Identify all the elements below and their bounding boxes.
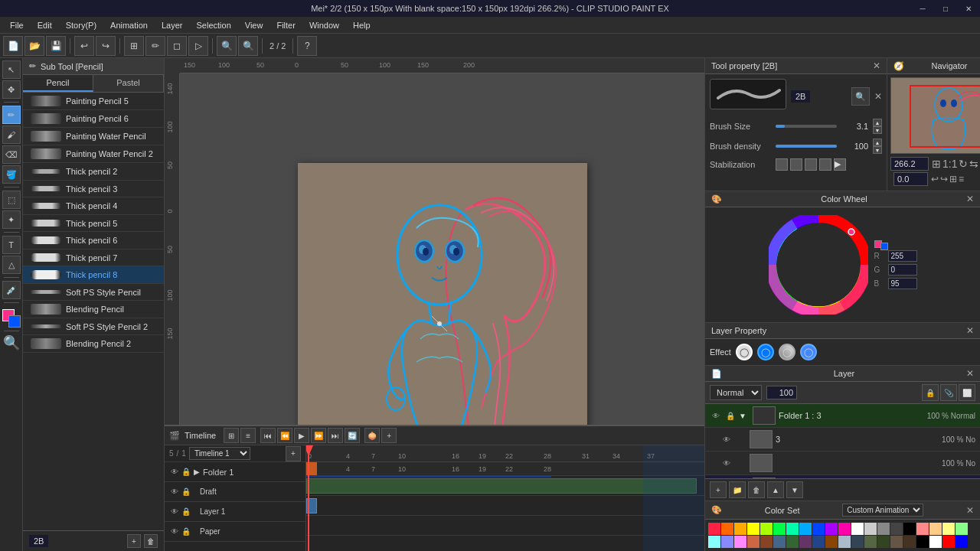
tl-track-folder1[interactable]: 👁 🔒 ▶ Folder 1 [165, 462, 305, 482]
layer-down-btn[interactable]: ▼ [786, 481, 803, 498]
sub-item-4[interactable]: Thick pencil 2 [23, 163, 164, 181]
tl-eye-folder1[interactable]: 👁 [171, 468, 178, 476]
menu-filter[interactable]: Filter [270, 19, 301, 31]
brush-density-slider[interactable] [776, 145, 837, 148]
effect-btn-4[interactable]: ◯ [800, 344, 817, 360]
menu-view[interactable]: View [239, 19, 270, 31]
drawing-surface[interactable] [298, 163, 587, 445]
tl-track-layer1[interactable]: 👁 🔒 Layer 1 [165, 502, 305, 522]
swatch-31[interactable] [851, 536, 864, 548]
tl-eye-layer1[interactable]: 👁 [171, 507, 178, 516]
tb-undo[interactable]: ↩ [74, 36, 94, 56]
swatch-38[interactable] [942, 536, 955, 548]
swatch-17[interactable] [929, 523, 942, 535]
tl-prev-frame[interactable]: ⏪ [277, 428, 292, 443]
sub-item-10[interactable]: Thick pencil 8 [23, 266, 164, 284]
tl-to-start[interactable]: ⏮ [260, 428, 276, 443]
swatch-39[interactable] [956, 536, 968, 548]
layer-prop-close[interactable]: ✕ [966, 325, 974, 336]
tool-move[interactable]: ✥ [2, 80, 21, 99]
color-wheel-close[interactable]: ✕ [966, 194, 974, 204]
tl-lock-draft[interactable]: 🔒 [181, 487, 191, 496]
delete-layer-btn[interactable]: 🗑 [748, 481, 765, 498]
swatch-26[interactable] [786, 536, 799, 548]
swatch-4[interactable] [760, 523, 773, 535]
swatch-20[interactable] [708, 536, 720, 548]
stab-opt-0[interactable] [776, 158, 788, 171]
swatch-24[interactable] [760, 536, 773, 548]
swatch-28[interactable] [812, 536, 825, 548]
menu-layer[interactable]: Layer [155, 19, 189, 31]
tb-save[interactable]: 💾 [46, 36, 66, 56]
fg-color-swatch[interactable] [2, 309, 21, 328]
tool-shape[interactable]: △ [2, 256, 21, 274]
sub-item-12[interactable]: Blending Pencil [23, 301, 164, 318]
sub-item-1[interactable]: Painting Pencil 6 [23, 110, 164, 128]
swatch-19[interactable] [956, 523, 968, 535]
swatch-7[interactable] [799, 523, 812, 535]
effect-btn-2[interactable]: ◯ [757, 344, 774, 360]
tb-new[interactable]: 📄 [3, 36, 23, 56]
menu-window[interactable]: Window [303, 19, 345, 31]
navigator-thumbnail[interactable] [890, 77, 980, 154]
tb-open[interactable]: 📂 [24, 36, 44, 56]
sub-item-14[interactable]: Blending Pencil 2 [23, 335, 164, 353]
swatch-13[interactable] [877, 523, 890, 535]
stab-opt-2[interactable] [805, 158, 817, 171]
layer-panel-close[interactable]: ✕ [966, 368, 974, 379]
tool-lasso[interactable]: ⬚ [2, 191, 21, 209]
swatch-9[interactable] [825, 523, 838, 535]
color-wheel-widget[interactable] [769, 215, 868, 315]
swatch-36[interactable] [916, 536, 929, 548]
layer-folder1[interactable]: 👁 🔒 ▼ Folder 1 : 3 100 % Normal [705, 404, 980, 428]
b-input[interactable] [888, 278, 917, 289]
tool-fill[interactable]: 🪣 [2, 165, 21, 184]
swatch-14[interactable] [890, 523, 903, 535]
swatch-15[interactable] [903, 523, 916, 535]
timeline-name-input[interactable]: Timeline 1 [189, 447, 250, 460]
sub-item-9[interactable]: Thick pencil 7 [23, 249, 164, 266]
layer-up-btn[interactable]: ▲ [767, 481, 784, 498]
swatch-11[interactable] [851, 523, 864, 535]
sub-item-13[interactable]: Soft PS Style Pencil 2 [23, 318, 164, 335]
tl-track-draft[interactable]: 👁 🔒 Draft [165, 482, 305, 502]
delete-sub-tool[interactable]: 🗑 [144, 534, 158, 548]
brush-size-slider[interactable] [776, 125, 837, 128]
layer-lock-folder1[interactable]: 🔒 [725, 410, 736, 421]
color-set-preset[interactable]: Custom Animation [842, 504, 923, 517]
sub-item-11[interactable]: Soft PS Style Pencil [23, 284, 164, 301]
swatch-34[interactable] [890, 536, 903, 548]
tb-eraser[interactable]: ◻ [167, 36, 187, 56]
sub-item-2[interactable]: Painting Water Pencil [23, 128, 164, 145]
menu-edit[interactable]: Edit [31, 19, 58, 31]
swatch-3[interactable] [747, 523, 760, 535]
brush-density-up[interactable]: ▲ [873, 139, 882, 146]
menu-story[interactable]: Story(P) [60, 19, 103, 31]
sub-item-7[interactable]: Thick pencil 5 [23, 215, 164, 232]
swatch-2[interactable] [734, 523, 746, 535]
tl-lock-layer1[interactable]: 🔒 [181, 507, 191, 516]
tl-btn-list[interactable]: ≡ [240, 428, 256, 443]
flip-icon[interactable]: ⇆ [969, 158, 978, 170]
tool-eraser[interactable]: ⌫ [2, 145, 21, 164]
layer-vis-3[interactable]: 👁 [720, 433, 733, 445]
tool-brush[interactable]: 🖌 [2, 126, 21, 144]
swatch-37[interactable] [929, 536, 942, 548]
maximize-btn[interactable]: □ [934, 0, 957, 17]
tl-play[interactable]: ▶ [294, 428, 309, 443]
brush-size-up[interactable]: ▲ [873, 119, 882, 126]
effect-btn-1[interactable]: ◯ [736, 344, 753, 360]
sub-item-5[interactable]: Thick pencil 3 [23, 181, 164, 197]
swatch-25[interactable] [773, 536, 786, 548]
layer-clip-btn[interactable]: 📎 [940, 384, 957, 401]
menu-file[interactable]: File [4, 19, 30, 31]
bg-preview[interactable] [880, 243, 888, 250]
layer-lock-btn[interactable]: 🔒 [922, 384, 939, 401]
nav-icon-1[interactable]: ↩ [931, 174, 939, 184]
sub-item-8[interactable]: Thick pencil 6 [23, 232, 164, 249]
swatch-33[interactable] [877, 536, 890, 548]
tb-zoom-out[interactable]: 🔍 [238, 36, 258, 56]
stab-opt-4[interactable]: ▶ [834, 158, 846, 171]
swatch-8[interactable] [812, 523, 825, 535]
sub-item-0[interactable]: Painting Pencil 5 [23, 93, 164, 110]
